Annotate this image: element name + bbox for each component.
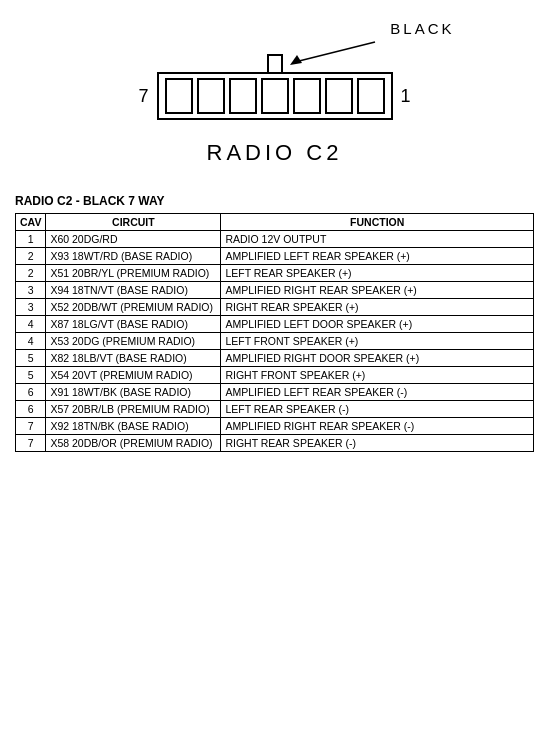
connector-pin-7: [357, 78, 385, 114]
cell-cav: 6: [16, 384, 46, 401]
cell-circuit: X53 20DG (PREMIUM RADIO): [46, 333, 221, 350]
cell-function: LEFT REAR SPEAKER (+): [221, 265, 534, 282]
cell-function: AMPLIFIED LEFT REAR SPEAKER (+): [221, 248, 534, 265]
cell-cav: 2: [16, 265, 46, 282]
cell-cav: 3: [16, 299, 46, 316]
connector-pin-6: [325, 78, 353, 114]
diagram-area: BLACK 7: [15, 20, 534, 166]
table-row: 7X92 18TN/BK (BASE RADIO)AMPLIFIED RIGHT…: [16, 418, 534, 435]
table-row: 5X82 18LB/VT (BASE RADIO)AMPLIFIED RIGHT…: [16, 350, 534, 367]
cell-circuit: X87 18LG/VT (BASE RADIO): [46, 316, 221, 333]
cell-circuit: X94 18TN/VT (BASE RADIO): [46, 282, 221, 299]
connector-body-wrapper: [157, 72, 393, 120]
header-circuit: CIRCUIT: [46, 214, 221, 231]
cell-circuit: X93 18WT/RD (BASE RADIO): [46, 248, 221, 265]
header-function: FUNCTION: [221, 214, 534, 231]
cell-circuit: X92 18TN/BK (BASE RADIO): [46, 418, 221, 435]
connector-pin-3: [229, 78, 257, 114]
connector-body: [157, 72, 393, 120]
cell-function: RIGHT FRONT SPEAKER (+): [221, 367, 534, 384]
table-row: 3X94 18TN/VT (BASE RADIO)AMPLIFIED RIGHT…: [16, 282, 534, 299]
cell-function: AMPLIFIED RIGHT REAR SPEAKER (-): [221, 418, 534, 435]
cell-cav: 2: [16, 248, 46, 265]
connector-pins: [165, 78, 385, 114]
cell-cav: 1: [16, 231, 46, 248]
cell-cav: 7: [16, 435, 46, 452]
cell-function: LEFT REAR SPEAKER (-): [221, 401, 534, 418]
table-section: RADIO C2 - BLACK 7 WAY CAV CIRCUIT FUNCT…: [15, 194, 534, 452]
cell-function: RIGHT REAR SPEAKER (+): [221, 299, 534, 316]
table-row: 1X60 20DG/RDRADIO 12V OUTPUT: [16, 231, 534, 248]
cell-cav: 4: [16, 316, 46, 333]
page: BLACK 7: [0, 0, 549, 750]
cell-cav: 4: [16, 333, 46, 350]
connector-number-right: 1: [401, 86, 411, 107]
cell-circuit: X57 20BR/LB (PREMIUM RADIO): [46, 401, 221, 418]
connector-row: 7 1: [138, 72, 410, 120]
connector-pin-2: [197, 78, 225, 114]
connector-pin-1: [165, 78, 193, 114]
table-row: 3X52 20DB/WT (PREMIUM RADIO)RIGHT REAR S…: [16, 299, 534, 316]
cell-function: AMPLIFIED RIGHT DOOR SPEAKER (+): [221, 350, 534, 367]
cell-cav: 3: [16, 282, 46, 299]
cell-function: AMPLIFIED LEFT DOOR SPEAKER (+): [221, 316, 534, 333]
cell-function: AMPLIFIED RIGHT REAR SPEAKER (+): [221, 282, 534, 299]
table-row: 6X91 18WT/BK (BASE RADIO)AMPLIFIED LEFT …: [16, 384, 534, 401]
table-row: 2X93 18WT/RD (BASE RADIO)AMPLIFIED LEFT …: [16, 248, 534, 265]
radio-label: RADIO C2: [207, 140, 343, 166]
cell-circuit: X60 20DG/RD: [46, 231, 221, 248]
table-title: RADIO C2 - BLACK 7 WAY: [15, 194, 534, 208]
cell-circuit: X82 18LB/VT (BASE RADIO): [46, 350, 221, 367]
connector-tab: [267, 54, 283, 72]
cell-circuit: X54 20VT (PREMIUM RADIO): [46, 367, 221, 384]
wiring-table: CAV CIRCUIT FUNCTION 1X60 20DG/RDRADIO 1…: [15, 213, 534, 452]
black-label: BLACK: [390, 20, 454, 37]
table-row: 4X87 18LG/VT (BASE RADIO)AMPLIFIED LEFT …: [16, 316, 534, 333]
cell-circuit: X91 18WT/BK (BASE RADIO): [46, 384, 221, 401]
table-row: 7X58 20DB/OR (PREMIUM RADIO)RIGHT REAR S…: [16, 435, 534, 452]
cell-circuit: X52 20DB/WT (PREMIUM RADIO): [46, 299, 221, 316]
cell-cav: 5: [16, 367, 46, 384]
connector-number-left: 7: [138, 86, 148, 107]
cell-function: RIGHT REAR SPEAKER (-): [221, 435, 534, 452]
connector-pin-5: [293, 78, 321, 114]
table-row: 4X53 20DG (PREMIUM RADIO)LEFT FRONT SPEA…: [16, 333, 534, 350]
table-row: 5X54 20VT (PREMIUM RADIO)RIGHT FRONT SPE…: [16, 367, 534, 384]
cell-circuit: X51 20BR/YL (PREMIUM RADIO): [46, 265, 221, 282]
cell-cav: 6: [16, 401, 46, 418]
cell-cav: 7: [16, 418, 46, 435]
cell-function: AMPLIFIED LEFT REAR SPEAKER (-): [221, 384, 534, 401]
header-cav: CAV: [16, 214, 46, 231]
table-header-row: CAV CIRCUIT FUNCTION: [16, 214, 534, 231]
cell-cav: 5: [16, 350, 46, 367]
svg-line-0: [295, 42, 375, 62]
table-row: 6X57 20BR/LB (PREMIUM RADIO)LEFT REAR SP…: [16, 401, 534, 418]
cell-function: RADIO 12V OUTPUT: [221, 231, 534, 248]
cell-circuit: X58 20DB/OR (PREMIUM RADIO): [46, 435, 221, 452]
table-row: 2X51 20BR/YL (PREMIUM RADIO)LEFT REAR SP…: [16, 265, 534, 282]
cell-function: LEFT FRONT SPEAKER (+): [221, 333, 534, 350]
connector-pin-4: [261, 78, 289, 114]
